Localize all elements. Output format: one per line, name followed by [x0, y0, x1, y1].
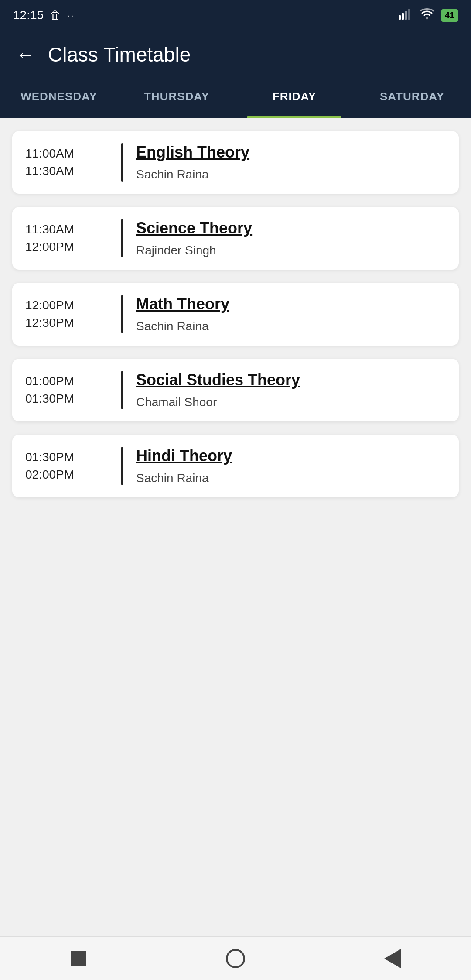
time-display: 12:15 [13, 8, 44, 22]
class-card-science[interactable]: 11:30AM 12:00PM Science Theory Rajinder … [12, 207, 459, 270]
tab-saturday[interactable]: SATURDAY [353, 79, 471, 118]
end-time-social: 01:30PM [25, 392, 108, 406]
battery-level: 41 [445, 10, 454, 20]
divider-hindi [121, 447, 123, 485]
end-time-science: 12:00PM [25, 240, 108, 254]
class-card-english[interactable]: 11:00AM 11:30AM English Theory Sachin Ra… [12, 131, 459, 194]
status-bar-left: 12:15 🗑 ·· [13, 8, 75, 22]
teacher-hindi: Sachin Raina [136, 471, 232, 485]
square-icon [71, 951, 86, 966]
header: ← Class Timetable [0, 31, 471, 79]
divider-english [121, 143, 123, 182]
class-card-math[interactable]: 12:00PM 12:30PM Math Theory Sachin Raina [12, 283, 459, 346]
nav-home-button[interactable] [222, 946, 249, 972]
tab-bar: WEDNESDAY THURSDAY FRIDAY SATURDAY [0, 79, 471, 118]
class-card-social[interactable]: 01:00PM 01:30PM Social Studies Theory Ch… [12, 359, 459, 421]
wifi-icon [420, 8, 434, 22]
teacher-english: Sachin Raina [136, 168, 249, 182]
start-time-science: 11:30AM [25, 223, 108, 236]
tab-wednesday[interactable]: WEDNESDAY [0, 79, 118, 118]
teacher-math: Sachin Raina [136, 319, 229, 333]
nav-bar [0, 936, 471, 980]
time-column-science: 11:30AM 12:00PM [25, 219, 108, 257]
svg-rect-1 [402, 13, 404, 20]
page-title: Class Timetable [48, 43, 191, 66]
end-time-math: 12:30PM [25, 316, 108, 330]
triangle-icon [384, 949, 401, 968]
status-bar-right: 41 [399, 8, 458, 22]
start-time-hindi: 01:30PM [25, 450, 108, 464]
time-column-hindi: 01:30PM 02:00PM [25, 447, 108, 485]
circle-icon [226, 949, 245, 968]
svg-rect-0 [399, 15, 401, 20]
signal-icon [399, 8, 413, 22]
class-name-social: Social Studies Theory [136, 371, 300, 389]
svg-rect-2 [405, 11, 407, 20]
end-time-hindi: 02:00PM [25, 468, 108, 482]
svg-rect-3 [408, 9, 410, 20]
class-info-math: Math Theory Sachin Raina [136, 295, 229, 333]
tab-thursday[interactable]: THURSDAY [118, 79, 236, 118]
class-info-english: English Theory Sachin Raina [136, 143, 249, 182]
end-time-english: 11:30AM [25, 164, 108, 178]
start-time-english: 11:00AM [25, 147, 108, 161]
start-time-math: 12:00PM [25, 298, 108, 312]
nav-square-button[interactable] [65, 946, 92, 972]
time-column-english: 11:00AM 11:30AM [25, 143, 108, 182]
battery-indicator: 41 [441, 9, 458, 22]
class-card-hindi[interactable]: 01:30PM 02:00PM Hindi Theory Sachin Rain… [12, 435, 459, 497]
dots-icon: ·· [67, 10, 75, 21]
content-area: 11:00AM 11:30AM English Theory Sachin Ra… [0, 118, 471, 947]
class-info-science: Science Theory Rajinder Singh [136, 219, 252, 257]
divider-social [121, 371, 123, 409]
class-name-math: Math Theory [136, 295, 229, 313]
teacher-social: Chamail Shoor [136, 395, 300, 409]
nav-back-button[interactable] [379, 946, 406, 972]
divider-science [121, 219, 123, 257]
teacher-science: Rajinder Singh [136, 243, 252, 257]
start-time-social: 01:00PM [25, 374, 108, 388]
tab-friday[interactable]: FRIDAY [236, 79, 353, 118]
class-name-hindi: Hindi Theory [136, 447, 232, 465]
class-name-english: English Theory [136, 143, 249, 161]
time-column-math: 12:00PM 12:30PM [25, 295, 108, 333]
class-info-hindi: Hindi Theory Sachin Raina [136, 447, 232, 485]
status-bar: 12:15 🗑 ·· 41 [0, 0, 471, 31]
back-button[interactable]: ← [16, 44, 35, 65]
class-info-social: Social Studies Theory Chamail Shoor [136, 371, 300, 409]
time-column-social: 01:00PM 01:30PM [25, 371, 108, 409]
class-name-science: Science Theory [136, 219, 252, 237]
trash-icon: 🗑 [50, 9, 61, 22]
divider-math [121, 295, 123, 333]
